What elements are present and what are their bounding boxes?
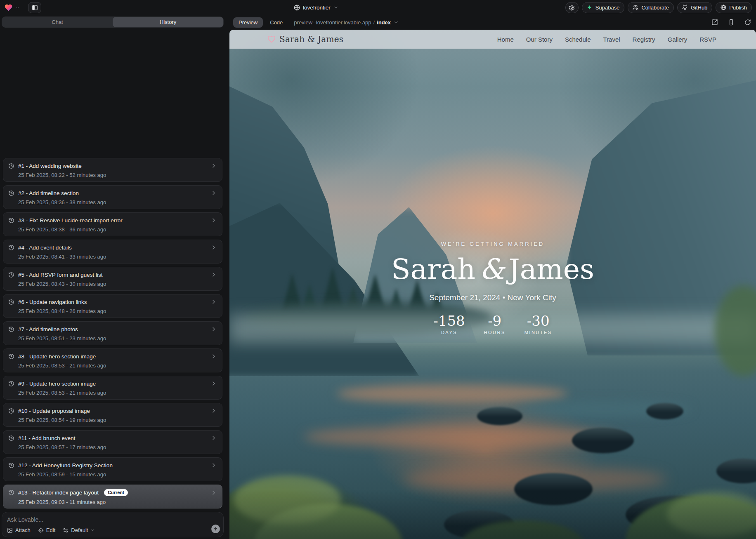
preview-panel: Preview Code preview--lovefrontier.lovab… <box>229 15 756 539</box>
history-item-date: 25 Feb 2025, 08:41 - 33 minutes ago <box>18 254 217 260</box>
url-separator: / <box>373 19 375 26</box>
mobile-view-icon[interactable] <box>728 19 735 26</box>
chevron-right-icon <box>210 162 217 169</box>
history-item-title: #4 - Add event details <box>18 245 72 251</box>
site-header: Sarah & James Home Our Story Schedule Tr… <box>229 30 756 49</box>
lovable-logo[interactable] <box>4 3 13 12</box>
composer: Attach Edit Default <box>2 512 224 537</box>
globe-icon <box>294 5 300 11</box>
history-item-date: 25 Feb 2025, 08:59 - 15 minutes ago <box>18 471 217 478</box>
chevron-right-icon <box>210 299 217 305</box>
nav-link-registry[interactable]: Registry <box>633 36 655 43</box>
countdown-label: HOURS <box>482 330 508 335</box>
supabase-icon <box>587 5 593 10</box>
tab-chat[interactable]: Chat <box>2 17 113 27</box>
history-item[interactable]: #9 - Update hero section image 25 Feb 20… <box>3 376 222 400</box>
history-item[interactable]: #12 - Add Honeyfund Registry Section 25 … <box>3 457 222 481</box>
history-item-date: 25 Feb 2025, 08:43 - 30 minutes ago <box>18 281 217 287</box>
url-bar[interactable]: preview--lovefrontier.lovable.app / inde… <box>294 19 399 26</box>
history-item-title: #2 - Add timeline section <box>18 190 79 196</box>
history-item[interactable]: #5 - Add RSVP form and guest list 25 Feb… <box>3 267 222 291</box>
history-item-title: #12 - Add Honeyfund Registry Section <box>18 462 113 468</box>
nav-link-schedule[interactable]: Schedule <box>565 36 591 43</box>
nav-link-home[interactable]: Home <box>497 36 514 43</box>
history-icon <box>8 217 14 224</box>
left-panel: Chat History #1 - Add wedding website 25… <box>0 15 225 539</box>
settings-button[interactable] <box>565 2 579 13</box>
history-item-title: #13 - Refactor index page layout <box>18 490 99 496</box>
photo-shape <box>229 490 756 539</box>
history-item[interactable]: #8 - Update hero section image 25 Feb 20… <box>3 348 222 372</box>
history-icon <box>8 272 14 278</box>
chat-history-tabs: Chat History <box>2 16 224 28</box>
history-item-current[interactable]: #13 - Refactor index page layout Current… <box>3 485 222 508</box>
mode-selector[interactable]: Default <box>63 527 95 533</box>
history-item[interactable]: #11 - Add brunch event 25 Feb 2025, 08:5… <box>3 430 222 454</box>
tab-code[interactable]: Code <box>270 19 283 26</box>
prompt-input[interactable] <box>7 516 197 525</box>
supabase-label: Supabase <box>595 5 620 11</box>
history-item-date: 25 Feb 2025, 09:03 - 11 minutes ago <box>18 499 217 505</box>
photo-shape <box>646 403 683 419</box>
history-item-date: 25 Feb 2025, 08:22 - 52 minutes ago <box>18 172 217 178</box>
send-button[interactable] <box>211 525 220 533</box>
history-icon <box>8 245 14 251</box>
topbar: lovefrontier Supabase Collaborate GitHub… <box>0 0 756 15</box>
chevron-right-icon <box>210 326 217 332</box>
photo-shape <box>477 407 522 425</box>
hero-eyebrow: WE'RE GETTING MARRIED <box>229 241 756 247</box>
collaborate-label: Collaborate <box>641 5 669 11</box>
tab-preview[interactable]: Preview <box>233 17 263 28</box>
history-icon <box>8 381 14 387</box>
nav-link-travel[interactable]: Travel <box>603 36 620 43</box>
history-item[interactable]: #6 - Update navigation links 25 Feb 2025… <box>3 294 222 318</box>
nav-link-our-story[interactable]: Our Story <box>526 36 553 43</box>
history-item-title: #6 - Update navigation links <box>18 299 87 305</box>
open-external-icon[interactable] <box>711 19 718 26</box>
history-item[interactable]: #10 - Update proposal image 25 Feb 2025,… <box>3 403 222 427</box>
chevron-right-icon <box>210 271 217 278</box>
countdown-value: -30 <box>524 314 552 328</box>
locate-icon <box>38 527 44 533</box>
nav-link-gallery[interactable]: Gallery <box>668 36 687 43</box>
project-selector[interactable]: lovefrontier <box>294 0 338 15</box>
logo-chevron-icon[interactable] <box>15 5 20 10</box>
hero-title-first: Sarah <box>391 253 475 285</box>
github-label: GitHub <box>691 5 707 11</box>
history-item-title: #8 - Update hero section image <box>18 353 96 360</box>
sidebar-toggle-button[interactable] <box>28 2 41 13</box>
history-item-date: 25 Feb 2025, 08:57 - 17 minutes ago <box>18 444 217 450</box>
image-icon <box>7 527 13 533</box>
countdown-value: -158 <box>433 314 465 328</box>
history-item-date: 25 Feb 2025, 08:54 - 19 minutes ago <box>18 417 217 423</box>
history-item[interactable]: #3 - Fix: Resolve Lucide-react import er… <box>3 212 222 236</box>
history-item[interactable]: #1 - Add wedding website 25 Feb 2025, 08… <box>3 158 222 182</box>
history-item-date: 25 Feb 2025, 08:51 - 23 minutes ago <box>18 335 217 341</box>
history-item[interactable]: #2 - Add timeline section 25 Feb 2025, 0… <box>3 185 222 209</box>
supabase-button[interactable]: Supabase <box>582 2 625 13</box>
tab-history[interactable]: History <box>113 17 223 27</box>
countdown-label: DAYS <box>433 330 465 335</box>
history-item-title: #7 - Add timeline photos <box>18 326 78 332</box>
publish-globe-icon <box>721 5 726 10</box>
github-button[interactable]: GitHub <box>677 2 712 13</box>
history-item[interactable]: #7 - Add timeline photos 25 Feb 2025, 08… <box>3 321 222 345</box>
countdown-hours: -9 HOURS <box>482 314 508 335</box>
gear-icon <box>569 5 575 11</box>
refresh-icon[interactable] <box>744 19 751 26</box>
preview-toolbar: Preview Code preview--lovefrontier.lovab… <box>229 15 756 30</box>
collaborate-button[interactable]: Collaborate <box>628 2 674 13</box>
history-item-date: 25 Feb 2025, 08:38 - 36 minutes ago <box>18 226 217 233</box>
history-item-title: #3 - Fix: Resolve Lucide-react import er… <box>18 217 123 224</box>
hero-section: WE'RE GETTING MARRIED Sarah&James Septem… <box>229 241 756 335</box>
attach-label: Attach <box>15 527 31 533</box>
edit-button[interactable]: Edit <box>38 527 55 533</box>
history-item-date: 25 Feb 2025, 08:53 - 21 minutes ago <box>18 362 217 369</box>
chevron-right-icon <box>210 244 217 251</box>
attach-button[interactable]: Attach <box>7 527 31 533</box>
site-logo[interactable]: Sarah & James <box>267 34 343 44</box>
history-icon <box>8 462 14 468</box>
nav-link-rsvp[interactable]: RSVP <box>699 36 716 43</box>
publish-button[interactable]: Publish <box>716 2 752 13</box>
history-item[interactable]: #4 - Add event details 25 Feb 2025, 08:4… <box>3 240 222 264</box>
